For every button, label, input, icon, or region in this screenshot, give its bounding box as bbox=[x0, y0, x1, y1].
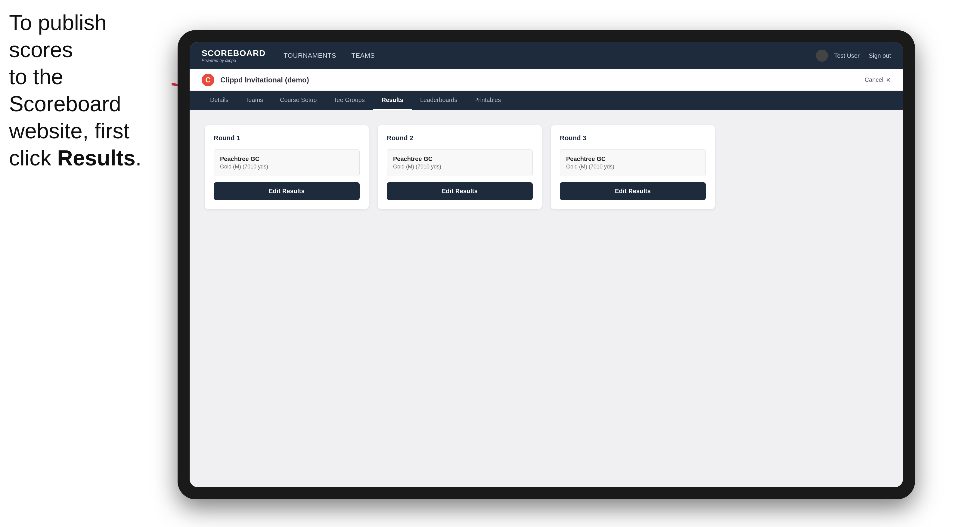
app-header: SCOREBOARD Powered by clippd TOURNAMENTS… bbox=[189, 42, 903, 69]
cancel-button[interactable]: Cancel ✕ bbox=[865, 76, 891, 84]
course-details-3: Gold (M) (7010 yds) bbox=[566, 163, 700, 170]
main-content: Round 1 Peachtree GC Gold (M) (7010 yds)… bbox=[189, 110, 903, 487]
course-name-2: Peachtree GC bbox=[393, 156, 527, 162]
tournament-header: C Clippd Invitational (demo) Cancel ✕ bbox=[189, 69, 903, 91]
tournament-logo: C bbox=[202, 74, 214, 86]
round-2-title: Round 2 bbox=[387, 134, 533, 142]
instruction-line4: click Results. bbox=[9, 146, 142, 170]
tab-leaderboards[interactable]: Leaderboards bbox=[412, 91, 466, 110]
user-text: Test User | bbox=[834, 52, 862, 59]
tab-printables[interactable]: Printables bbox=[466, 91, 509, 110]
tab-bar: Details Teams Course Setup Tee Groups Re… bbox=[189, 91, 903, 110]
round-1-title: Round 1 bbox=[214, 134, 360, 142]
tablet-device: SCOREBOARD Powered by clippd TOURNAMENTS… bbox=[178, 30, 915, 499]
user-icon bbox=[816, 50, 828, 62]
tab-course-setup[interactable]: Course Setup bbox=[272, 91, 325, 110]
instruction-left: To publish scores to the Scoreboard webs… bbox=[9, 9, 153, 171]
user-area: Test User | Sign out bbox=[816, 50, 891, 62]
course-details-2: Gold (M) (7010 yds) bbox=[393, 163, 527, 170]
logo-sub: Powered by clippd bbox=[202, 58, 266, 63]
instruction-line1: To publish scores bbox=[9, 11, 107, 62]
logo-area: SCOREBOARD Powered by clippd bbox=[202, 48, 266, 63]
round-card-3: Round 3 Peachtree GC Gold (M) (7010 yds)… bbox=[551, 125, 715, 209]
nav-tournaments[interactable]: TOURNAMENTS bbox=[283, 52, 336, 60]
tab-details[interactable]: Details bbox=[202, 91, 237, 110]
tournament-name: Clippd Invitational (demo) bbox=[220, 76, 865, 84]
course-details-1: Gold (M) (7010 yds) bbox=[220, 163, 353, 170]
round-card-empty bbox=[724, 125, 888, 209]
tab-teams[interactable]: Teams bbox=[237, 91, 272, 110]
nav-teams[interactable]: TEAMS bbox=[351, 52, 375, 60]
edit-results-btn-3[interactable]: Edit Results bbox=[560, 182, 706, 200]
tab-tee-groups[interactable]: Tee Groups bbox=[325, 91, 373, 110]
instruction-line3: website, first bbox=[9, 119, 129, 143]
tablet-screen: SCOREBOARD Powered by clippd TOURNAMENTS… bbox=[189, 42, 903, 487]
course-name-3: Peachtree GC bbox=[566, 156, 700, 162]
edit-results-btn-1[interactable]: Edit Results bbox=[214, 182, 360, 200]
course-name-1: Peachtree GC bbox=[220, 156, 353, 162]
tab-results[interactable]: Results bbox=[373, 91, 412, 110]
signout-link[interactable]: Sign out bbox=[869, 52, 891, 59]
instruction-line2: to the Scoreboard bbox=[9, 65, 121, 116]
rounds-grid: Round 1 Peachtree GC Gold (M) (7010 yds)… bbox=[205, 125, 888, 209]
logo-text: SCOREBOARD bbox=[202, 48, 266, 58]
course-card-3: Peachtree GC Gold (M) (7010 yds) bbox=[560, 149, 706, 176]
course-card-1: Peachtree GC Gold (M) (7010 yds) bbox=[214, 149, 360, 176]
nav-links: TOURNAMENTS TEAMS bbox=[283, 52, 816, 60]
round-card-2: Round 2 Peachtree GC Gold (M) (7010 yds)… bbox=[378, 125, 542, 209]
edit-results-btn-2[interactable]: Edit Results bbox=[387, 182, 533, 200]
round-card-1: Round 1 Peachtree GC Gold (M) (7010 yds)… bbox=[205, 125, 369, 209]
round-3-title: Round 3 bbox=[560, 134, 706, 142]
course-card-2: Peachtree GC Gold (M) (7010 yds) bbox=[387, 149, 533, 176]
